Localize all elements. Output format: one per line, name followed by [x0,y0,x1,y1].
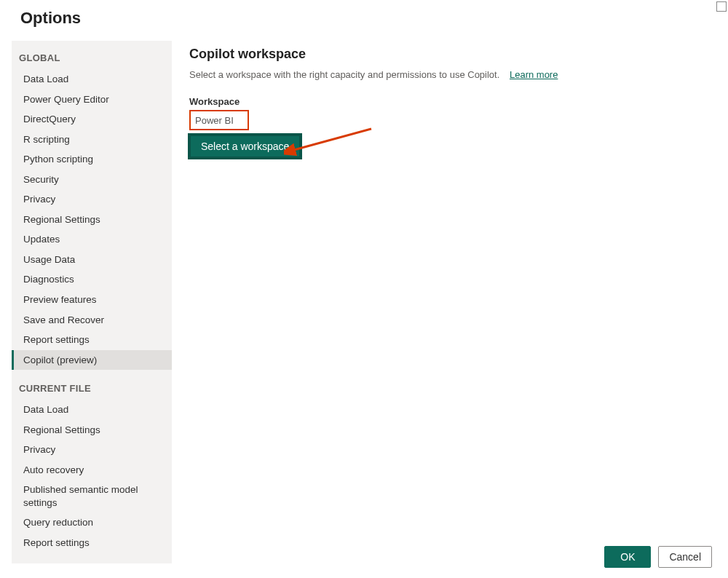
options-sidebar: GLOBAL Data Load Power Query Editor Dire… [12,41,172,563]
footer-buttons: OK Cancel [604,546,712,568]
main-panel: Copilot workspace Select a workspace wit… [172,41,728,175]
dialog-title-row: Options [0,0,728,41]
cancel-button[interactable]: Cancel [658,546,712,568]
sidebar-item-cf-published-semantic-model-settings[interactable]: Published semantic model settings [12,480,172,512]
sidebar-item-privacy[interactable]: Privacy [12,189,172,210]
sidebar-item-security[interactable]: Security [12,170,172,190]
maximize-icon[interactable] [716,1,727,12]
panel-description-text: Select a workspace with the right capaci… [189,69,499,80]
workspace-input-wrap: Select a workspace [189,110,301,158]
workspace-label: Workspace [189,96,711,107]
sidebar-item-cf-privacy[interactable]: Privacy [12,440,172,460]
sidebar-item-regional-settings[interactable]: Regional Settings [12,210,172,230]
sidebar-item-python-scripting[interactable]: Python scripting [12,149,172,170]
window-controls [716,1,727,12]
sidebar-item-cf-query-reduction[interactable]: Query reduction [12,512,172,533]
sidebar-item-usage-data[interactable]: Usage Data [12,250,172,270]
sidebar-item-directquery[interactable]: DirectQuery [12,109,172,130]
sidebar-item-power-query-editor[interactable]: Power Query Editor [12,90,172,110]
sidebar-global-title: GLOBAL [12,51,172,69]
learn-more-link[interactable]: Learn more [510,69,558,80]
workspace-input[interactable] [189,110,249,130]
panel-description: Select a workspace with the right capaci… [189,69,711,80]
content-area: GLOBAL Data Load Power Query Editor Dire… [0,41,728,563]
sidebar-item-updates[interactable]: Updates [12,229,172,250]
dialog-title: Options [20,9,708,28]
select-workspace-button[interactable]: Select a workspace [189,135,301,158]
sidebar-item-copilot-preview[interactable]: Copilot (preview) [12,350,172,371]
sidebar-item-cf-auto-recovery[interactable]: Auto recovery [12,460,172,480]
sidebar-item-preview-features[interactable]: Preview features [12,290,172,310]
sidebar-item-cf-data-load[interactable]: Data Load [12,400,172,420]
panel-heading: Copilot workspace [189,47,711,62]
sidebar-current-file-title: CURRENT FILE [12,381,172,400]
sidebar-item-data-load[interactable]: Data Load [12,69,172,90]
sidebar-item-cf-report-settings[interactable]: Report settings [12,533,172,553]
sidebar-item-cf-regional-settings[interactable]: Regional Settings [12,420,172,440]
sidebar-item-save-and-recover[interactable]: Save and Recover [12,310,172,330]
sidebar-item-diagnostics[interactable]: Diagnostics [12,269,172,290]
ok-button[interactable]: OK [604,546,651,568]
sidebar-item-report-settings[interactable]: Report settings [12,330,172,350]
sidebar-item-r-scripting[interactable]: R scripting [12,130,172,150]
